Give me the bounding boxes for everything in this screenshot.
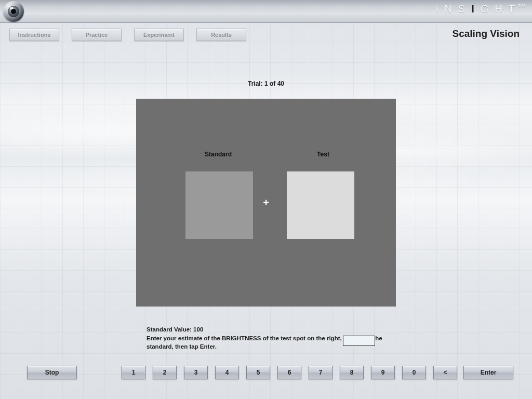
standard-patch [185, 171, 253, 239]
stimulus-area: Standard Test + [136, 99, 396, 307]
key-5[interactable]: 5 [246, 366, 270, 379]
numeric-keypad: 1 2 3 4 5 6 7 8 9 0 < [122, 366, 457, 379]
key-9[interactable]: 9 [371, 366, 395, 379]
top-row: Instructions Practice Experiment Results… [0, 23, 532, 47]
tab-results[interactable]: Results [196, 29, 246, 41]
key-8[interactable]: 8 [340, 366, 364, 379]
fixation-cross-icon: + [263, 197, 269, 208]
tab-practice[interactable]: Practice [72, 29, 122, 41]
page-title: Scaling Vision [452, 28, 520, 39]
key-1[interactable]: 1 [122, 366, 145, 379]
trial-counter: Trial: 1 of 40 [8, 80, 524, 87]
response-input[interactable] [343, 336, 375, 346]
key-0[interactable]: 0 [402, 366, 426, 379]
key-6[interactable]: 6 [277, 366, 301, 379]
key-7[interactable]: 7 [309, 366, 332, 379]
test-label: Test [287, 151, 360, 158]
app-logo-eye-icon [3, 1, 24, 22]
key-backspace[interactable]: < [433, 366, 457, 379]
key-4[interactable]: 4 [215, 366, 239, 379]
key-3[interactable]: 3 [184, 366, 208, 379]
standard-label: Standard [182, 151, 255, 158]
enter-button[interactable]: Enter [463, 366, 513, 379]
title-bar: iNSIGHTTM [0, 0, 532, 23]
stop-button[interactable]: Stop [27, 366, 77, 379]
key-2[interactable]: 2 [153, 366, 177, 379]
brand-wordmark: iNSIGHTTM [436, 3, 526, 15]
tab-experiment[interactable]: Experiment [134, 29, 184, 41]
tab-instructions[interactable]: Instructions [9, 29, 59, 41]
standard-value-line: Standard Value: 100 [147, 325, 391, 334]
main-panel: Trial: 1 of 40 Standard Test + Standard … [8, 50, 524, 391]
test-patch [287, 171, 354, 239]
bottom-bar: Stop 1 2 3 4 5 6 7 8 9 0 < Enter [19, 366, 513, 379]
